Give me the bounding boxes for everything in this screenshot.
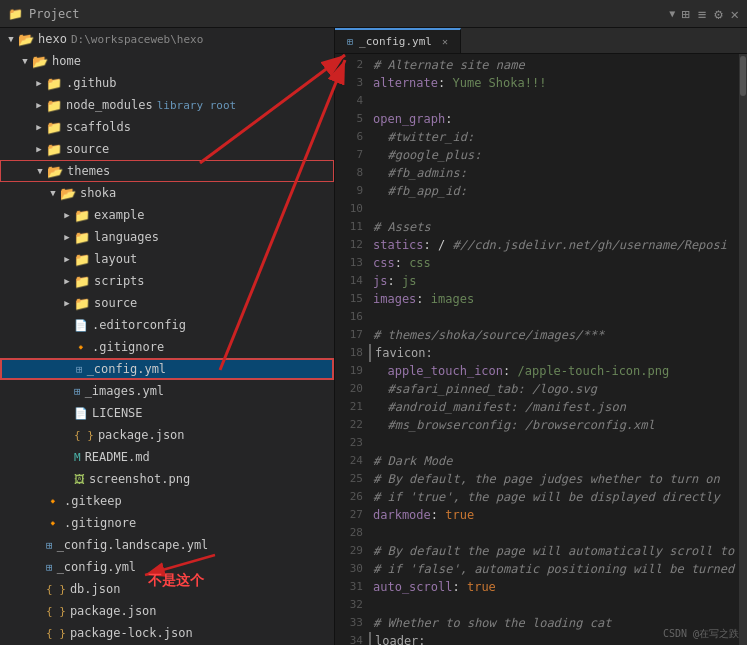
tab-bar: ⊞ _config.yml ✕ xyxy=(335,28,747,54)
tree-item-db-json[interactable]: { } db.json xyxy=(0,578,334,600)
tree-item-package-json-root[interactable]: { } package.json xyxy=(0,600,334,622)
tree-item-source-sub[interactable]: 📁 source xyxy=(0,292,334,314)
arrow-source-sub xyxy=(60,296,74,310)
tree-item-config-landscape[interactable]: ⊞ _config.landscape.yml xyxy=(0,534,334,556)
tree-item-example[interactable]: 📁 example xyxy=(0,204,334,226)
label-layout: layout xyxy=(94,252,137,266)
gear-icon[interactable]: ⚙ xyxy=(714,6,722,22)
split-icon[interactable]: ≡ xyxy=(698,6,706,22)
file-icon-images-yml: ⊞ xyxy=(74,385,81,398)
folder-icon: 📁 xyxy=(8,7,23,21)
code-line-17: # themes/shoka/source/images/*** xyxy=(369,326,739,344)
file-icon-db-json: { } xyxy=(46,583,66,596)
file-icon-config-yml-root: ⊞ xyxy=(46,561,53,574)
code-line-13: css: css xyxy=(369,254,739,272)
code-line-14: js: js xyxy=(369,272,739,290)
file-icon-gitignore-root: 🔸 xyxy=(46,517,60,530)
label-languages: languages xyxy=(94,230,159,244)
tree-item-languages[interactable]: 📁 languages xyxy=(0,226,334,248)
folder-icon-scaffolds: 📁 xyxy=(46,120,62,135)
arrow-home xyxy=(18,54,32,68)
tree-item-package-json-shoka[interactable]: { } package.json xyxy=(0,424,334,446)
label-library-root: library root xyxy=(157,99,236,112)
arrow-github xyxy=(32,76,46,90)
folder-icon-source-sub: 📁 xyxy=(74,296,90,311)
folder-icon-layout: 📁 xyxy=(74,252,90,267)
label-images-yml: _images.yml xyxy=(85,384,164,398)
file-icon-config-landscape: ⊞ xyxy=(46,539,53,552)
code-line-24: # Dark Mode xyxy=(369,452,739,470)
code-line-25: # By default, the page judges whether to… xyxy=(369,470,739,488)
editor-area: ⊞ _config.yml ✕ 23456 7891011 1213141516… xyxy=(335,28,747,645)
tree-item-node-modules[interactable]: 📁 node_modules library root xyxy=(0,94,334,116)
tree-item-scripts[interactable]: 📁 scripts xyxy=(0,270,334,292)
code-line-5: open_graph: xyxy=(369,110,739,128)
code-line-3: alternate: Yume Shoka!!! xyxy=(369,74,739,92)
code-line-12: statics: / #//cdn.jsdelivr.net/gh/userna… xyxy=(369,236,739,254)
code-line-22: #ms_browserconfig: /browserconfig.xml xyxy=(369,416,739,434)
arrow-shoka xyxy=(46,186,60,200)
code-line-23 xyxy=(369,434,739,452)
tree-item-editorconfig[interactable]: 📄 .editorconfig xyxy=(0,314,334,336)
label-license: LICENSE xyxy=(92,406,143,420)
code-line-6: #twitter_id: xyxy=(369,128,739,146)
file-icon-package-lock: { } xyxy=(46,627,66,640)
code-line-10 xyxy=(369,200,739,218)
code-line-19: apple_touch_icon: /apple-touch-icon.png xyxy=(369,362,739,380)
file-icon-readme: M xyxy=(74,451,81,464)
tree-item-images-yml[interactable]: ⊞ _images.yml xyxy=(0,380,334,402)
project-title: Project xyxy=(29,7,663,21)
code-line-27: darkmode: true xyxy=(369,506,739,524)
code-line-16 xyxy=(369,308,739,326)
dropdown-arrow[interactable]: ▼ xyxy=(669,8,675,19)
code-line-32 xyxy=(369,596,739,614)
settings-icon[interactable]: ⊞ xyxy=(681,6,689,22)
code-editor[interactable]: 23456 7891011 1213141516 1718192021 2223… xyxy=(335,54,747,645)
tree-item-readme[interactable]: M README.md xyxy=(0,446,334,468)
folder-icon-shoka: 📂 xyxy=(60,186,76,201)
label-screenshot: screenshot.png xyxy=(89,472,190,486)
tree-item-config-yml-root[interactable]: ⊞ _config.yml xyxy=(0,556,334,578)
file-icon-license: 📄 xyxy=(74,407,88,420)
label-hexo: hexo xyxy=(38,32,67,46)
tree-item-license[interactable]: 📄 LICENSE xyxy=(0,402,334,424)
tree-item-config-yml[interactable]: ⊞ _config.yml xyxy=(0,358,334,380)
label-package-json-shoka: package.json xyxy=(98,428,185,442)
tree-item-gitignore-shoka[interactable]: 🔸 .gitignore xyxy=(0,336,334,358)
code-line-7: #google_plus: xyxy=(369,146,739,164)
tree-item-themes[interactable]: 📂 themes xyxy=(0,160,334,182)
folder-icon-hexo: 📂 xyxy=(18,32,34,47)
tree-item-gitkeep[interactable]: 🔸 .gitkeep xyxy=(0,490,334,512)
tree-item-layout[interactable]: 📁 layout xyxy=(0,248,334,270)
code-line-9: #fb_app_id: xyxy=(369,182,739,200)
tab-config-yml[interactable]: ⊞ _config.yml ✕ xyxy=(335,28,461,53)
tree-item-github[interactable]: 📁 .github xyxy=(0,72,334,94)
tab-close[interactable]: ✕ xyxy=(442,36,448,47)
tree-item-scaffolds[interactable]: 📁 scaffolds xyxy=(0,116,334,138)
close-icon[interactable]: ✕ xyxy=(731,6,739,22)
file-icon-editorconfig: 📄 xyxy=(74,319,88,332)
folder-icon-github: 📁 xyxy=(46,76,62,91)
code-line-26: # if 'true', the page will be displayed … xyxy=(369,488,739,506)
arrow-hexo xyxy=(4,32,18,46)
label-source: source xyxy=(66,142,109,156)
tree-item-screenshot[interactable]: 🖼 screenshot.png xyxy=(0,468,334,490)
editor-scrollbar[interactable] xyxy=(739,54,747,645)
code-line-2: # Alternate site name xyxy=(369,56,739,74)
top-bar: 📁 Project ▼ ⊞ ≡ ⚙ ✕ xyxy=(0,0,747,28)
code-line-4 xyxy=(369,92,739,110)
code-line-20: #safari_pinned_tab: /logo.svg xyxy=(369,380,739,398)
scrollbar-thumb xyxy=(740,56,746,96)
tree-item-shoka[interactable]: 📂 shoka xyxy=(0,182,334,204)
tree-item-package-lock[interactable]: { } package-lock.json xyxy=(0,622,334,644)
label-home: home xyxy=(52,54,81,68)
tree-item-source[interactable]: 📁 source xyxy=(0,138,334,160)
code-line-31: auto_scroll: true xyxy=(369,578,739,596)
arrow-themes xyxy=(33,164,47,178)
label-hexo-path: D:\workspaceweb\hexo xyxy=(71,33,203,46)
tree-item-hexo[interactable]: 📂 hexo D:\workspaceweb\hexo xyxy=(0,28,334,50)
label-package-json-root: package.json xyxy=(70,604,157,618)
label-node-modules: node_modules xyxy=(66,98,153,112)
tree-item-home[interactable]: 📂 home xyxy=(0,50,334,72)
tree-item-gitignore-root[interactable]: 🔸 .gitignore xyxy=(0,512,334,534)
